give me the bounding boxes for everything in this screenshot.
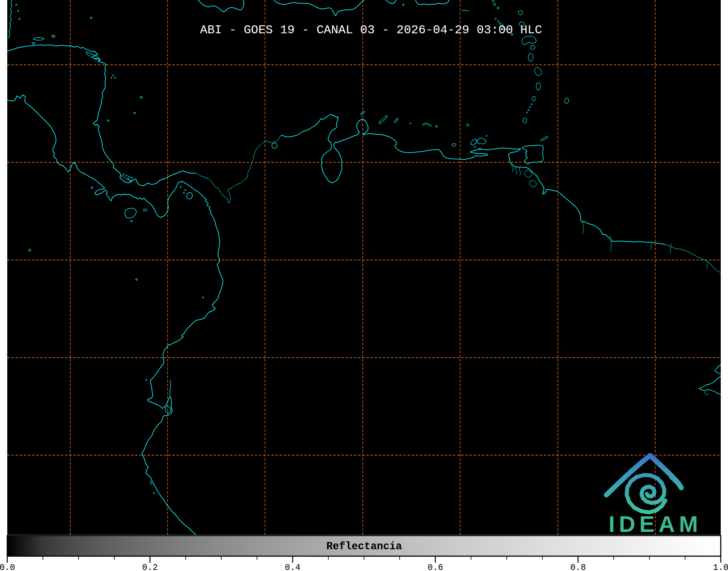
svg-text:ABI - GOES 19 - CANAL 03 - 202: ABI - GOES 19 - CANAL 03 - 2026-04-29 03…: [200, 23, 542, 37]
svg-text:IDEAM: IDEAM: [609, 511, 702, 537]
svg-text:Reflectancia: Reflectancia: [327, 541, 402, 553]
